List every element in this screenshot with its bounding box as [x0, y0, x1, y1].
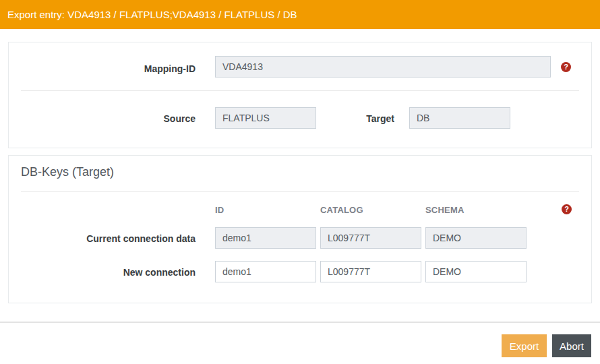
db-keys-panel: DB-Keys (Target) ID CATALOG SCHEMA ? Cur… [8, 155, 592, 303]
footer-divider [0, 322, 600, 323]
dialog-header: Export entry: VDA4913 / FLATPLUS;VDA4913… [0, 0, 600, 29]
mapping-id-label: Mapping-ID [9, 63, 196, 74]
db-keys-heading: DB-Keys (Target) [21, 165, 114, 179]
current-connection-label: Current connection data [9, 233, 196, 244]
section-divider [21, 191, 579, 192]
abort-button[interactable]: Abort [552, 334, 591, 357]
column-header-id: ID [215, 205, 316, 215]
new-connection-label: New connection [9, 267, 196, 278]
source-input [215, 107, 316, 129]
current-connection-schema-input [425, 227, 527, 249]
new-connection-id-input[interactable] [215, 261, 316, 282]
source-label: Source [9, 113, 196, 124]
dialog-title: Export entry: VDA4913 / FLATPLUS;VDA4913… [7, 9, 297, 20]
question-circle-icon[interactable]: ? [562, 204, 572, 214]
current-connection-id-input [215, 227, 316, 249]
target-input [409, 107, 510, 129]
new-connection-catalog-input[interactable] [320, 261, 421, 282]
export-dialog: Export entry: VDA4913 / FLATPLUS;VDA4913… [0, 0, 600, 364]
column-header-schema: SCHEMA [425, 205, 527, 215]
question-circle-icon[interactable]: ? [561, 62, 571, 72]
column-header-catalog: CATALOG [320, 205, 421, 215]
current-connection-catalog-input [320, 227, 421, 249]
mapping-id-input [215, 56, 551, 78]
new-connection-schema-input[interactable] [425, 261, 527, 282]
form-divider [21, 90, 579, 91]
mapping-panel: Mapping-ID ? Source Target [8, 42, 592, 148]
target-label: Target [320, 113, 394, 124]
export-button[interactable]: Export [502, 334, 547, 357]
